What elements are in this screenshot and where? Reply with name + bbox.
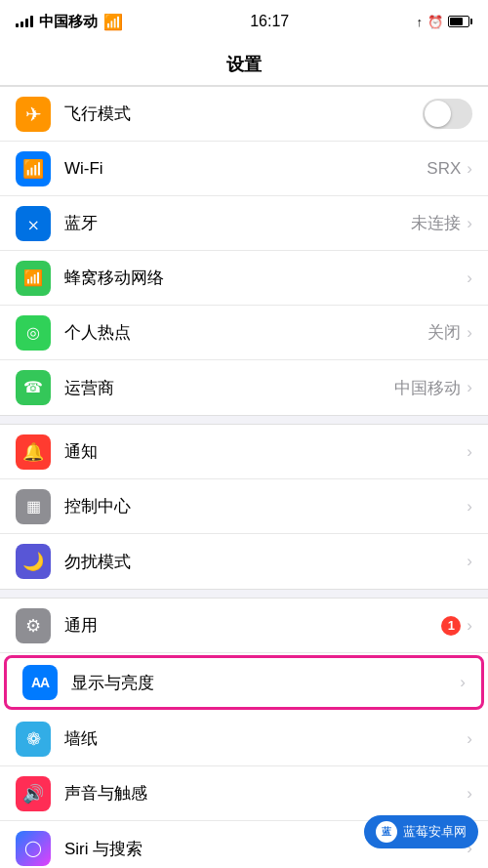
cellular-chevron: › [467,269,472,288]
general-row[interactable]: ⚙ 通用 1 › [0,599,488,653]
watermark-logo: 蓝 [376,821,397,843]
general-label: 通用 [64,614,441,637]
cellular-label: 蜂窝移动网络 [64,267,467,289]
hotspot-row[interactable]: ◎ 个人热点 关闭 › [0,306,488,360]
airplane-icon: ✈ [25,104,42,124]
dnd-label: 勿扰模式 [64,551,467,573]
carrier-label: 运营商 [64,377,394,399]
cellular-icon-container: 📶 [16,261,51,296]
bluetooth-value: 未连接 [411,212,461,234]
network-section: ✈ 飞行模式 📶 Wi-Fi SRX › ⨉ 蓝牙 未连接 › 📶 [0,86,488,416]
hotspot-icon-container: ◎ [16,315,51,351]
cellular-row[interactable]: 📶 蜂窝移动网络 › [0,251,488,306]
notifications-icon-container: 🔔 [16,434,51,470]
carrier-value: 中国移动 [394,377,461,399]
nav-bar: 设置 [0,43,488,86]
dnd-chevron: › [467,552,472,571]
general-icon: ⚙ [25,617,41,635]
bluetooth-chevron: › [467,214,472,233]
control-center-icon: ▦ [26,499,41,515]
sounds-row[interactable]: 🔊 声音与触感 › [0,766,488,821]
wifi-chevron: › [467,159,472,179]
status-icons: ↑ ⏰ [416,15,472,29]
watermark-text: 蓝莓安卓网 [403,823,467,841]
sounds-icon: 🔊 [22,785,44,803]
alarm-icon: ⏰ [427,15,443,29]
display-brightness-row[interactable]: AA 显示与亮度 › [4,655,484,710]
display-label: 显示与亮度 [71,672,460,694]
dnd-icon-container: 🌙 [16,544,51,579]
signal-icon [16,16,33,27]
carrier-icon: ☎ [23,380,43,395]
airplane-label: 飞行模式 [64,103,423,125]
hotspot-chevron: › [467,323,472,343]
control-center-icon-container: ▦ [16,489,51,524]
bluetooth-row[interactable]: ⨉ 蓝牙 未连接 › [0,196,488,251]
bluetooth-icon-container: ⨉ [16,206,51,241]
general-chevron: › [467,616,472,636]
airplane-mode-row[interactable]: ✈ 飞行模式 [0,87,488,142]
cellular-icon: 📶 [23,270,43,286]
control-center-chevron: › [467,497,472,517]
sounds-icon-container: 🔊 [16,776,51,811]
display-icon: AA [31,675,49,690]
wifi-row[interactable]: 📶 Wi-Fi SRX › [0,142,488,196]
hotspot-label: 个人热点 [64,321,427,344]
hotspot-value: 关闭 [427,321,461,344]
carrier-row[interactable]: ☎ 运营商 中国移动 › [0,360,488,415]
sounds-chevron: › [467,784,472,804]
notifications-icon: 🔔 [22,443,44,461]
wifi-icon: 📶 [22,160,44,178]
sounds-label: 声音与触感 [64,782,467,805]
status-bar: 中国移动 📶 16:17 ↑ ⏰ [0,0,488,43]
wifi-icon-container: 📶 [16,151,51,186]
control-center-row[interactable]: ▦ 控制中心 › [0,479,488,534]
watermark: 蓝 蓝莓安卓网 [364,815,478,848]
location-icon: ↑ [416,15,423,29]
page-title: 设置 [226,53,262,76]
wallpaper-label: 墙纸 [64,727,467,750]
general-icon-container: ⚙ [16,608,51,643]
wifi-value: SRX [427,159,461,179]
airplane-icon-container: ✈ [16,97,51,132]
dnd-icon: 🌙 [22,553,44,570]
hotspot-icon: ◎ [26,325,40,341]
notifications-section: 🔔 通知 › ▦ 控制中心 › 🌙 勿扰模式 › [0,424,488,590]
notifications-row[interactable]: 🔔 通知 › [0,425,488,479]
status-carrier: 中国移动 📶 [16,13,123,31]
wallpaper-icon-container: ❁ [16,722,51,757]
dnd-row[interactable]: 🌙 勿扰模式 › [0,534,488,589]
carrier-chevron: › [467,378,472,397]
display-icon-container: AA [22,665,58,700]
control-center-label: 控制中心 [64,495,467,517]
general-badge: 1 [441,616,461,636]
siri-icon-container: ◯ [16,831,51,866]
bluetooth-label: 蓝牙 [64,212,411,234]
bluetooth-icon: ⨉ [28,215,39,232]
display-chevron: › [460,673,466,692]
carrier-icon-container: ☎ [16,370,51,405]
notifications-label: 通知 [64,440,467,463]
airplane-toggle[interactable] [423,99,472,129]
wifi-status-icon: 📶 [103,13,123,31]
wallpaper-row[interactable]: ❁ 墙纸 › [0,712,488,766]
wallpaper-icon: ❁ [26,730,41,748]
settings-list: ✈ 飞行模式 📶 Wi-Fi SRX › ⨉ 蓝牙 未连接 › 📶 [0,86,488,868]
wallpaper-chevron: › [467,729,472,749]
status-time: 16:17 [250,13,289,30]
wifi-label: Wi-Fi [64,159,427,179]
battery-icon [448,16,472,27]
notifications-chevron: › [467,442,472,462]
siri-icon: ◯ [24,841,42,856]
